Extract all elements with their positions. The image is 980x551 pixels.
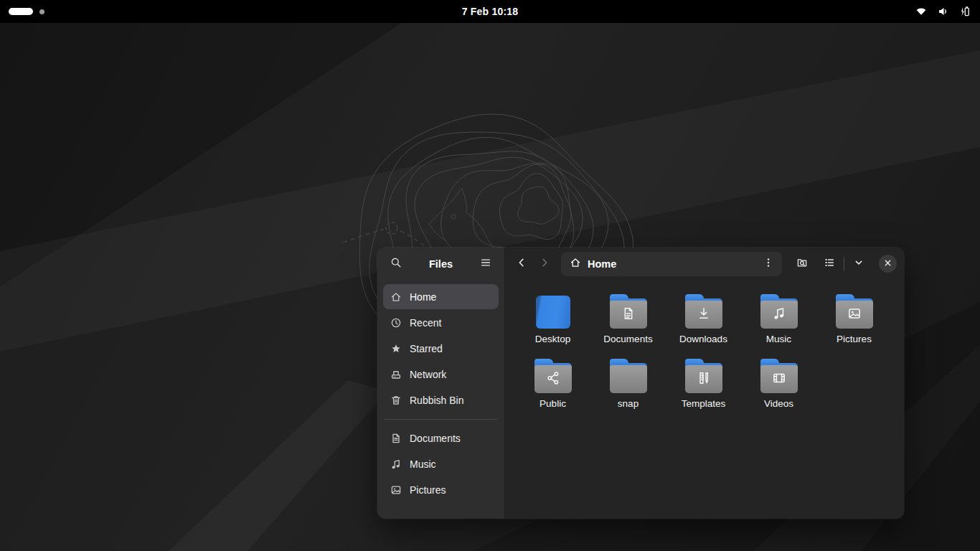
- document-emblem-icon: [621, 306, 636, 324]
- folder-icon: [534, 359, 572, 393]
- active-workspace-pill: [9, 8, 33, 15]
- trash-icon: [390, 395, 402, 406]
- kebab-menu-icon: [763, 257, 774, 270]
- file-item-videos[interactable]: Videos: [741, 353, 816, 418]
- video-emblem-icon: [771, 370, 787, 389]
- sidebar-divider: [385, 419, 497, 420]
- clock-icon: [390, 317, 402, 329]
- search-folder-icon: [796, 257, 808, 270]
- sidebar-item-rubbish-bin[interactable]: Rubbish Bin: [383, 387, 499, 413]
- sidebar-item-starred[interactable]: Starred: [383, 336, 499, 361]
- search-button[interactable]: [385, 253, 407, 276]
- share-emblem-icon: [545, 370, 561, 389]
- list-view-button[interactable]: [818, 253, 841, 276]
- file-label: snap: [618, 398, 639, 409]
- sidebar-item-label: Music: [410, 458, 436, 470]
- volume-icon: [937, 6, 949, 17]
- path-location-label: Home: [588, 258, 759, 270]
- sidebar-item-home[interactable]: Home: [383, 284, 499, 309]
- template-emblem-icon: [696, 370, 712, 389]
- sidebar-item-documents[interactable]: Documents: [383, 425, 499, 451]
- close-icon: [882, 258, 893, 270]
- file-label: Downloads: [679, 334, 727, 344]
- back-button[interactable]: [511, 253, 532, 275]
- music-emblem-icon: [771, 306, 787, 324]
- file-label: Desktop: [535, 334, 571, 344]
- file-item-snap[interactable]: snap: [590, 353, 666, 418]
- sidebar-item-label: Recent: [410, 317, 441, 329]
- path-bar[interactable]: Home: [561, 252, 782, 276]
- hamburger-menu-icon: [480, 257, 491, 270]
- folder-body: [685, 298, 722, 329]
- workspace-indicator[interactable]: [9, 8, 44, 15]
- star-icon: [390, 343, 402, 354]
- chevron-down-icon: [853, 257, 864, 270]
- header-actions: [791, 253, 897, 276]
- location-menu-button[interactable]: [759, 255, 778, 273]
- battery-charging-icon: [958, 6, 971, 17]
- file-item-pictures[interactable]: Pictures: [816, 288, 892, 353]
- image-emblem-icon: [847, 306, 862, 324]
- folder-icon: [610, 359, 647, 393]
- desktop-folder-icon: [536, 296, 570, 329]
- file-label: Music: [766, 334, 791, 344]
- network-icon: [390, 369, 402, 380]
- system-status-area[interactable]: [915, 6, 971, 17]
- sidebar-item-recent[interactable]: Recent: [383, 310, 499, 335]
- picture-icon: [390, 484, 402, 496]
- back-arrow-icon: [516, 257, 527, 270]
- main-menu-button[interactable]: [474, 253, 497, 276]
- file-item-downloads[interactable]: Downloads: [666, 288, 741, 353]
- folder-body: [610, 298, 647, 329]
- close-window-button[interactable]: [879, 255, 897, 273]
- file-label: Templates: [682, 398, 726, 409]
- document-icon: [390, 433, 402, 444]
- folder-icon: [760, 359, 798, 393]
- sidebar-item-pictures[interactable]: Pictures: [383, 477, 499, 502]
- sidebar: Files HomeRecentStarredNetworkRubbish Bi…: [377, 248, 505, 519]
- files-window: Files HomeRecentStarredNetworkRubbish Bi…: [377, 248, 904, 519]
- file-grid: DesktopDocumentsDownloadsMusicPicturesPu…: [505, 280, 904, 426]
- folder-icon: [685, 294, 722, 329]
- sidebar-item-label: Starred: [410, 343, 443, 354]
- file-item-desktop[interactable]: Desktop: [515, 288, 590, 353]
- sidebar-item-label: Pictures: [410, 484, 446, 496]
- app-title: Files: [429, 258, 453, 270]
- sidebar-nav: HomeRecentStarredNetworkRubbish BinDocum…: [377, 280, 504, 507]
- home-icon: [390, 291, 402, 303]
- folder-body: [685, 363, 722, 393]
- sidebar-item-label: Home: [410, 291, 436, 303]
- download-emblem-icon: [696, 306, 712, 324]
- forward-arrow-icon: [539, 257, 550, 270]
- folder-icon: [685, 359, 722, 393]
- folder-icon: [760, 294, 798, 329]
- clock[interactable]: 7 Feb 10:18: [0, 6, 980, 17]
- view-options-button[interactable]: [847, 253, 870, 276]
- file-label: Videos: [764, 398, 793, 409]
- folder-icon: [610, 294, 647, 329]
- file-label: Documents: [603, 334, 652, 344]
- sidebar-item-network[interactable]: Network: [383, 362, 499, 387]
- file-item-documents[interactable]: Documents: [590, 288, 666, 353]
- search-current-folder-button[interactable]: [791, 253, 814, 276]
- forward-button[interactable]: [534, 253, 555, 275]
- search-icon: [390, 257, 402, 270]
- top-bar: 7 Feb 10:18: [0, 0, 980, 23]
- folder-body: [760, 363, 798, 393]
- inactive-workspace-dot: [39, 9, 44, 14]
- file-item-templates[interactable]: Templates: [666, 353, 741, 418]
- sidebar-item-music[interactable]: Music: [383, 451, 499, 476]
- folder-body: [534, 363, 572, 393]
- file-label: Pictures: [837, 334, 872, 344]
- file-item-music[interactable]: Music: [741, 288, 816, 353]
- main-pane: Home: [505, 248, 904, 519]
- sidebar-item-label: Documents: [410, 433, 461, 444]
- folder-body: [610, 363, 647, 393]
- sidebar-item-label: Rubbish Bin: [410, 395, 464, 406]
- file-item-public[interactable]: Public: [515, 353, 590, 418]
- separator: [844, 257, 844, 271]
- list-view-icon: [824, 257, 835, 270]
- folder-body: [836, 298, 873, 329]
- view-toggle-split-button: [818, 253, 870, 276]
- sidebar-item-label: Network: [410, 369, 446, 380]
